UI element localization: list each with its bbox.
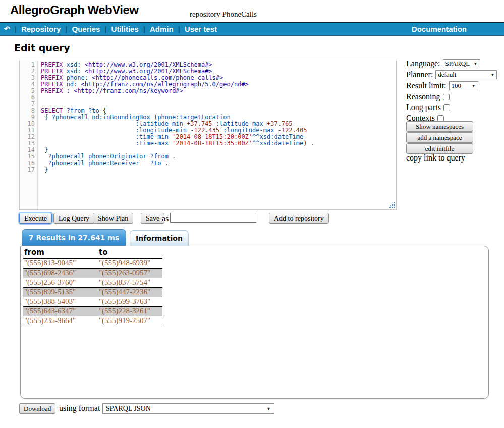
download-button[interactable]: Download — [19, 403, 55, 414]
long-parts-label: Long parts — [406, 103, 441, 112]
table-cell: "(555)837-5754" — [98, 278, 162, 288]
tab-results[interactable]: 7 Results in 27.641 ms — [22, 229, 126, 246]
app-title: AllegroGraph WebView — [10, 3, 139, 17]
table-cell: "(555)256-3760" — [23, 278, 98, 288]
table-cell: "(555)899-5135" — [23, 288, 98, 297]
editor-line[interactable]: ?phonecall phone:Receiver ?to . — [41, 160, 396, 167]
add-to-repository-button[interactable]: Add to repository — [269, 213, 329, 224]
editor-line[interactable]: :time-max '2014-08-18T15:35:00Z'^^xsd:da… — [41, 140, 396, 147]
save-button[interactable]: Save — [141, 213, 164, 224]
resize-grip-icon[interactable] — [388, 202, 395, 208]
table-cell: "(555)698-2436" — [23, 269, 98, 278]
back-arrow-icon[interactable]: ↶ — [4, 25, 10, 33]
chevron-down-icon: ▼ — [490, 73, 494, 77]
table-cell: "(555)235-9664" — [23, 316, 98, 326]
results-column-header: to — [98, 248, 162, 258]
long-parts-row: Long parts — [406, 103, 450, 112]
edit-initfile-button[interactable]: edit initfile — [406, 143, 473, 154]
planner-select[interactable]: default ▼ — [435, 70, 497, 79]
editor-line[interactable]: } — [41, 167, 396, 173]
table-cell: "(555)813-9045" — [23, 258, 98, 269]
page-title: Edit query — [14, 42, 70, 54]
table-cell: "(555)599-3763" — [98, 297, 162, 307]
execute-button[interactable]: Execute — [19, 213, 52, 224]
tab-information[interactable]: Information — [130, 230, 189, 246]
result-limit-select[interactable]: 100 ▼ — [449, 81, 478, 90]
table-row: "(555)899-5135""(555)447-2236" — [23, 288, 162, 297]
table-row: "(555)256-3760""(555)837-5754" — [23, 278, 162, 288]
nav-item-utilities[interactable]: Utilities — [111, 25, 139, 33]
as-label: as — [162, 214, 169, 223]
table-cell: "(555)919-2507" — [98, 316, 162, 326]
show-plan-button[interactable]: Show Plan — [93, 213, 133, 224]
editor-code[interactable]: PREFIX xsd: <http://www.w3.org/2001/XMLS… — [38, 60, 396, 209]
result-limit-label: Result limit: — [406, 81, 446, 90]
download-format-select[interactable]: SPARQL JSON ▼ — [102, 403, 274, 414]
table-cell: "(555)948-6939" — [98, 258, 162, 269]
result-limit-row: Result limit: 100 ▼ — [406, 81, 478, 90]
planner-row: Planner: default ▼ — [406, 70, 497, 79]
chevron-down-icon: ▼ — [472, 84, 476, 88]
table-row: "(555)643-6347""(555)228-3261" — [23, 307, 162, 316]
query-editor[interactable]: 1234567891011121314151617 PREFIX xsd: <h… — [19, 60, 397, 210]
nav-item-documentation[interactable]: Documentation — [412, 25, 467, 33]
results-column-header: from — [23, 248, 98, 258]
nav-separator: | — [65, 25, 67, 33]
nav-item-repository[interactable]: Repository — [21, 25, 61, 33]
language-label: Language: — [406, 59, 440, 68]
table-cell: "(555)228-3261" — [98, 307, 162, 316]
results-table: fromto "(555)813-9045""(555)948-6939""(5… — [23, 248, 162, 326]
language-row: Language: SPARQL ▼ — [406, 59, 480, 68]
add-namespace-button[interactable]: add a namespace — [406, 132, 473, 143]
log-query-button[interactable]: Log Query — [53, 213, 94, 224]
nav-separator: | — [15, 25, 17, 33]
nav-separator: | — [178, 25, 180, 33]
table-row: "(555)813-9045""(555)948-6939" — [23, 258, 162, 269]
chevron-down-icon: ▼ — [266, 406, 271, 411]
webview-page: AllegroGraph WebView repository PhoneCal… — [0, 0, 504, 428]
chevron-down-icon: ▼ — [474, 62, 478, 66]
planner-label: Planner: — [406, 70, 433, 79]
show-namespaces-button[interactable]: Show namespaces — [406, 121, 473, 132]
repository-label: repository PhoneCalls — [190, 10, 257, 19]
nav-separator: | — [143, 25, 145, 33]
table-cell: "(555)388-5403" — [23, 297, 98, 307]
main-nav: ↶ |Repository|Queries|Utilities|Admin|Us… — [0, 22, 504, 36]
table-cell: "(555)263-0957" — [98, 269, 162, 278]
reasoning-checkbox[interactable] — [443, 94, 450, 100]
table-row: "(555)388-5403""(555)599-3763" — [23, 297, 162, 307]
editor-line[interactable]: PREFIX : <http://franz.com/ns/keyword#> — [41, 88, 396, 94]
language-select[interactable]: SPARQL ▼ — [443, 59, 480, 68]
results-panel: fromto "(555)813-9045""(555)948-6939""(5… — [20, 246, 489, 399]
editor-line[interactable] — [41, 94, 396, 101]
reasoning-row: Reasoning — [406, 92, 450, 101]
table-cell: "(555)447-2236" — [98, 288, 162, 297]
nav-item-admin[interactable]: Admin — [150, 25, 174, 33]
contexts-checkbox[interactable] — [437, 115, 444, 122]
table-row: "(555)698-2436""(555)263-0957" — [23, 269, 162, 278]
nav-item-user-test[interactable]: User test — [185, 25, 217, 33]
copy-link-to-query[interactable]: copy link to query — [406, 153, 465, 163]
using-format-label: using format — [59, 404, 100, 413]
table-row: "(555)235-9664""(555)919-2507" — [23, 316, 162, 326]
nav-item-queries[interactable]: Queries — [72, 25, 100, 33]
nav-separator: | — [104, 25, 106, 33]
editor-line-numbers: 1234567891011121314151617 — [20, 60, 38, 209]
nav-items: |Repository|Queries|Utilities|Admin|User… — [10, 25, 217, 33]
results-header-row: fromto — [23, 248, 162, 258]
reasoning-label: Reasoning — [406, 92, 440, 101]
save-name-input[interactable] — [170, 213, 256, 223]
long-parts-checkbox[interactable] — [443, 104, 450, 111]
table-cell: "(555)643-6347" — [23, 307, 98, 316]
